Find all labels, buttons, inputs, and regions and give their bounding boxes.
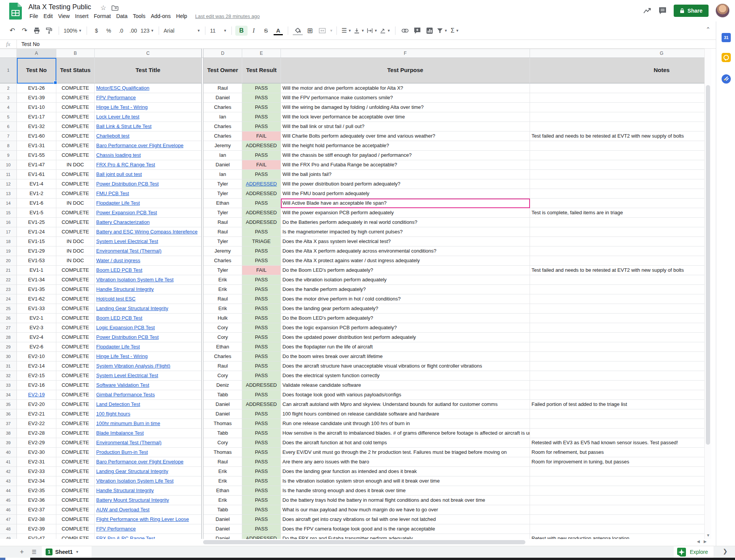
test-title-link[interactable]: Ball Link & Strut Life Test	[96, 123, 151, 129]
cell-test-title[interactable]: Water / dust ingress	[95, 256, 202, 266]
cell-test-owner[interactable]: Tabb	[203, 429, 242, 438]
row-number[interactable]: 12	[0, 179, 17, 189]
cell-test-purpose[interactable]: Will the power expansion PCB perform ade…	[281, 208, 530, 218]
cell-test-owner[interactable]: Ian	[203, 170, 242, 179]
sheet-tab-sheet1[interactable]: 1 Sheet1 ▼	[42, 546, 92, 558]
format-percent-button[interactable]: %	[103, 26, 115, 36]
cell-test-purpose[interactable]: Will the power distribution board perfor…	[281, 179, 530, 189]
print-icon[interactable]	[31, 26, 43, 36]
filter-icon[interactable]: ▼	[436, 26, 449, 36]
column-header-a[interactable]: A	[17, 49, 56, 58]
cell-test-purpose[interactable]: Can aircraft autoland with Mpro and skyv…	[281, 400, 530, 409]
cell-test-result[interactable]: ADDRESSED	[242, 400, 281, 409]
cell-test-status[interactable]: COMPLETE	[56, 534, 95, 539]
cell-test-result[interactable]: PASS	[242, 199, 281, 208]
row-number[interactable]: 14	[0, 199, 17, 208]
insights-trend-icon[interactable]	[643, 7, 651, 14]
cell-test-no[interactable]: EV2-22	[17, 419, 56, 429]
cell-test-status[interactable]: COMPLETE	[56, 304, 95, 314]
test-title-link[interactable]: Boom LED PCB Test	[96, 315, 142, 321]
test-title-link[interactable]: Power Distribution PCB Test	[96, 181, 159, 187]
cell-test-title[interactable]: Hinge Life Test - Wiring	[95, 103, 202, 112]
cell-test-result[interactable]: PASS	[242, 390, 281, 400]
test-title-link[interactable]: FPV Performance	[96, 95, 136, 100]
cell-test-result[interactable]: PASS	[242, 294, 281, 304]
test-title-link[interactable]: FRX Pro & RC Range Test	[96, 162, 155, 168]
cell-notes[interactable]: Retested with EV3 as EV5 had known senso…	[530, 438, 704, 448]
cell-notes[interactable]	[530, 275, 704, 285]
row-number[interactable]: 41	[0, 457, 17, 467]
cell-test-owner[interactable]: Thomas	[203, 448, 242, 457]
test-title-link[interactable]: Environmental Test (Thermal)	[96, 248, 161, 254]
cell-test-no[interactable]: EV1-62	[17, 294, 56, 304]
cell-test-title[interactable]: Ball Link & Strut Life Test	[95, 122, 202, 131]
test-title-link[interactable]: Gimbal Performance Tests	[96, 392, 155, 397]
test-result-link[interactable]: ADDRESSED	[246, 181, 277, 187]
cell-test-no[interactable]: EV2-35	[17, 486, 56, 496]
test-no-link[interactable]: EV2-19	[28, 392, 44, 397]
test-title-link[interactable]: Logic Expansion PCB Test	[96, 325, 155, 330]
cell-test-owner[interactable]: Raul	[203, 227, 242, 237]
cell-test-no[interactable]: EV1-17	[17, 112, 56, 122]
cell-test-purpose[interactable]: Does the electrical system function corr…	[281, 371, 530, 381]
cell-test-title[interactable]: Boom LED PCB Test	[95, 266, 202, 275]
cell-test-owner[interactable]: Erik	[203, 467, 242, 476]
cell-test-owner[interactable]: Charles	[203, 352, 242, 361]
row-number[interactable]: 17	[0, 227, 17, 237]
cell-test-title[interactable]: Charliebolt test	[95, 131, 202, 141]
cell-test-no[interactable]: EV1-2	[17, 189, 56, 199]
cell-test-purpose[interactable]: Every EV/DV unit must go through the 2 h…	[281, 448, 530, 457]
cell-test-result[interactable]: PASS	[242, 314, 281, 323]
cell-test-owner[interactable]: Jeremy	[203, 141, 242, 151]
horizontal-scrollbar[interactable]: ◀ ▶	[17, 539, 711, 546]
cell-test-owner[interactable]: Tyler	[203, 208, 242, 218]
font-select[interactable]: Arial▼	[162, 26, 202, 36]
cell-test-title[interactable]: Handle Structural Integrity	[95, 285, 202, 294]
header-cell-test-owner[interactable]: Test Owner	[203, 58, 242, 84]
cell-test-title[interactable]: Lock Lever Life test	[95, 112, 202, 122]
cell-test-result[interactable]: PASS	[242, 342, 281, 352]
insert-link-icon[interactable]	[399, 26, 411, 36]
cell-test-result[interactable]: PASS	[242, 448, 281, 457]
cell-test-status[interactable]: COMPLETE	[56, 141, 95, 151]
row-number[interactable]: 37	[0, 419, 17, 429]
cell-test-no[interactable]: EV1-39	[17, 93, 56, 103]
cell-test-result[interactable]: PASS	[242, 524, 281, 534]
cell-notes[interactable]: Room for refinement, but passes	[530, 448, 704, 457]
cell-test-no[interactable]: EV2-30	[17, 448, 56, 457]
cell-test-status[interactable]: IN DOC	[56, 199, 95, 208]
tasks-icon[interactable]	[722, 74, 731, 84]
cell-test-purpose[interactable]: Will the height hold performance be acce…	[281, 141, 530, 151]
row-number[interactable]: 13	[0, 189, 17, 199]
sheets-logo-icon[interactable]	[9, 3, 22, 20]
cell-test-title[interactable]: Power Expansion PCB Test	[95, 208, 202, 218]
cell-test-title[interactable]: Battery Characterization	[95, 218, 202, 227]
cell-test-title[interactable]: Handle Structural Integrity	[95, 486, 202, 496]
menu-item-view[interactable]: View	[56, 12, 72, 20]
cell-test-no[interactable]: EV1-4	[17, 179, 56, 189]
cell-notes[interactable]	[530, 170, 704, 179]
cell-test-title[interactable]: System Vibration Analysis (Flight)	[95, 361, 202, 371]
test-title-link[interactable]: FRX Pro & RC Range Test	[96, 535, 155, 539]
cell-test-status[interactable]: COMPLETE	[56, 323, 95, 333]
test-title-link[interactable]: Production Burn-in Test	[96, 449, 148, 455]
cell-test-result[interactable]: PASS	[242, 304, 281, 314]
fill-color-button[interactable]	[292, 26, 304, 36]
cell-test-title[interactable]: AUW and Overload Test	[95, 505, 202, 515]
cell-test-no[interactable]: EV1-5	[17, 208, 56, 218]
cell-notes[interactable]: Test failed and needs to be retested at …	[530, 266, 704, 275]
cell-test-purpose[interactable]: Will the ball link or strut fail / pull …	[281, 122, 530, 131]
cell-test-result[interactable]: PASS	[242, 246, 281, 256]
cell-test-status[interactable]: COMPLETE	[56, 438, 95, 448]
menu-item-data[interactable]: Data	[113, 12, 130, 20]
cell-test-owner[interactable]: Ethan	[203, 199, 242, 208]
cell-test-purpose[interactable]: How senstive is the aircraft to imbalanc…	[281, 429, 530, 438]
test-title-link[interactable]: Blade Imbalance Test	[96, 430, 144, 436]
cell-test-status[interactable]: COMPLETE	[56, 294, 95, 304]
cell-notes[interactable]: Test is complete, failed items are in tr…	[530, 208, 704, 218]
cell-test-owner[interactable]: Erik	[203, 275, 242, 285]
cell-test-purpose[interactable]: Does the landing gear function as intend…	[281, 467, 530, 476]
borders-button[interactable]: ⊞	[304, 26, 316, 36]
cell-test-title[interactable]: Ball joint pull out test	[95, 170, 202, 179]
cell-test-purpose[interactable]: Is the vibration isolation system stron …	[281, 476, 530, 486]
